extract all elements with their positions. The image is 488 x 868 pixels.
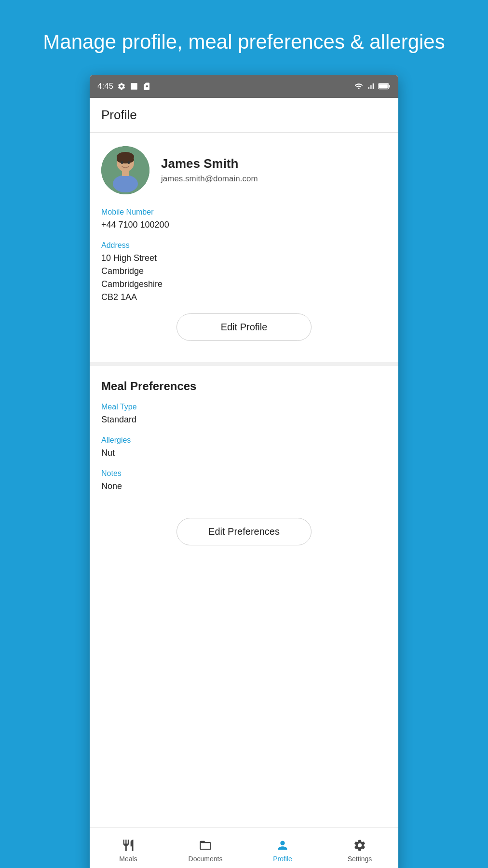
header-title: Manage profile, meal preferences & aller…: [0, 0, 488, 75]
address-field: Address 10 High StreetCambridgeCambridge…: [101, 241, 387, 304]
edit-profile-button[interactable]: Edit Profile: [176, 313, 312, 341]
app-bar-title: Profile: [101, 108, 137, 122]
meal-section-title: Meal Preferences: [101, 380, 387, 393]
svg-rect-2: [389, 85, 390, 87]
svg-point-11: [128, 161, 130, 164]
svg-rect-3: [379, 84, 388, 88]
allergies-value: Nut: [101, 447, 387, 460]
mobile-label: Mobile Number: [101, 208, 387, 217]
notes-value: None: [101, 480, 387, 493]
meal-type-label: Meal Type: [101, 403, 387, 411]
gear-icon: [117, 82, 126, 91]
mobile-value: +44 7100 100200: [101, 218, 387, 231]
content: James Smith james.smith@domain.com Mobil…: [90, 133, 398, 827]
meal-type-field: Meal Type Standard: [101, 403, 387, 426]
documents-label: Documents: [189, 855, 223, 863]
nav-item-profile[interactable]: Profile: [244, 838, 321, 863]
address-value: 10 High StreetCambridgeCambridgeshireCB2…: [101, 252, 387, 304]
mobile-field: Mobile Number +44 7100 100200: [101, 208, 387, 231]
profile-icon: [275, 838, 290, 853]
meal-preferences-section: Meal Preferences Meal Type Standard Alle…: [90, 366, 398, 514]
status-time: 4:45: [97, 81, 113, 91]
nav-item-settings[interactable]: Settings: [321, 838, 398, 863]
app-bar: Profile: [90, 98, 398, 133]
profile-section: James Smith james.smith@domain.com Mobil…: [90, 133, 398, 358]
battery-icon: [378, 82, 391, 91]
svg-rect-0: [131, 83, 137, 90]
signal-icon: [366, 82, 375, 91]
status-bar: 4:45: [90, 75, 398, 98]
nav-item-documents[interactable]: Documents: [167, 838, 244, 863]
profile-label: Profile: [273, 855, 292, 863]
header-section: Manage profile, meal preferences & aller…: [0, 0, 488, 75]
sim-icon: [142, 82, 151, 91]
meals-label: Meals: [119, 855, 137, 863]
bottom-nav: Meals Documents Profile: [90, 827, 398, 868]
address-label: Address: [101, 241, 387, 250]
allergies-field: Allergies Nut: [101, 436, 387, 460]
square-icon: [130, 82, 138, 91]
edit-preferences-button[interactable]: Edit Preferences: [176, 518, 312, 545]
settings-icon: [352, 838, 367, 853]
svg-point-6: [113, 175, 138, 192]
notes-label: Notes: [101, 469, 387, 478]
profile-email: james.smith@domain.com: [161, 174, 258, 184]
svg-rect-7: [122, 170, 129, 176]
nav-item-meals[interactable]: Meals: [90, 838, 167, 863]
profile-name: James Smith: [161, 156, 258, 171]
wifi-icon: [354, 82, 364, 91]
allergies-label: Allergies: [101, 436, 387, 445]
avatar: [101, 146, 149, 194]
phone-frame: 4:45: [90, 75, 398, 868]
svg-point-9: [117, 156, 134, 163]
svg-point-10: [121, 161, 123, 164]
settings-label: Settings: [348, 855, 372, 863]
edit-prefs-btn-container: Edit Preferences: [90, 518, 398, 563]
documents-icon: [198, 838, 213, 853]
notes-field: Notes None: [101, 469, 387, 493]
divider: [90, 362, 398, 366]
profile-name-email: James Smith james.smith@domain.com: [161, 156, 258, 184]
meals-icon: [121, 838, 136, 853]
profile-header: James Smith james.smith@domain.com: [101, 146, 387, 194]
meal-type-value: Standard: [101, 413, 387, 426]
